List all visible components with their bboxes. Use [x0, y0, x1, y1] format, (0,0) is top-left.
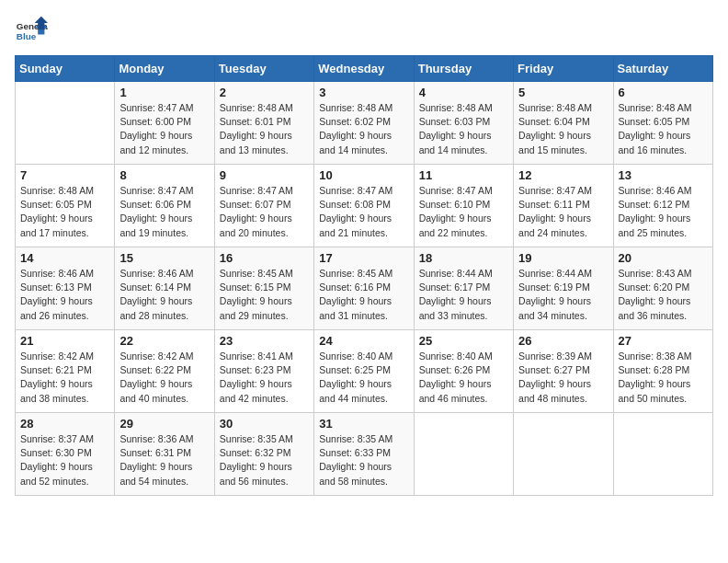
calendar-cell: 17Sunrise: 8:45 AMSunset: 6:16 PMDayligh… — [314, 247, 414, 330]
calendar-cell: 20Sunrise: 8:43 AMSunset: 6:20 PMDayligh… — [613, 247, 712, 330]
day-number: 6 — [619, 86, 708, 99]
day-detail: Sunrise: 8:36 AMSunset: 6:31 PMDaylight:… — [119, 432, 209, 488]
calendar-week-row: 14Sunrise: 8:46 AMSunset: 6:13 PMDayligh… — [16, 247, 713, 330]
day-detail: Sunrise: 8:40 AMSunset: 6:26 PMDaylight:… — [419, 350, 508, 406]
calendar-cell: 21Sunrise: 8:42 AMSunset: 6:21 PMDayligh… — [16, 330, 115, 413]
calendar-cell: 27Sunrise: 8:38 AMSunset: 6:28 PMDayligh… — [613, 330, 712, 413]
calendar-cell — [16, 82, 115, 165]
calendar-cell: 8Sunrise: 8:47 AMSunset: 6:06 PMDaylight… — [115, 165, 214, 247]
calendar-cell: 15Sunrise: 8:46 AMSunset: 6:14 PMDayligh… — [115, 247, 214, 330]
day-number: 19 — [518, 251, 608, 265]
col-header-friday: Friday — [514, 56, 613, 82]
day-number: 29 — [119, 417, 209, 431]
calendar-cell — [514, 413, 613, 496]
day-detail: Sunrise: 8:47 AMSunset: 6:08 PMDaylight:… — [319, 184, 408, 240]
calendar-week-row: 1Sunrise: 8:47 AMSunset: 6:00 PMDaylight… — [16, 82, 713, 165]
day-number: 31 — [319, 417, 408, 431]
day-number: 9 — [220, 168, 309, 182]
day-detail: Sunrise: 8:45 AMSunset: 6:16 PMDaylight:… — [319, 267, 408, 323]
day-detail: Sunrise: 8:48 AMSunset: 6:05 PMDaylight:… — [20, 184, 109, 240]
day-number: 3 — [319, 86, 408, 99]
calendar-header-row: SundayMondayTuesdayWednesdayThursdayFrid… — [16, 56, 713, 82]
day-detail: Sunrise: 8:39 AMSunset: 6:27 PMDaylight:… — [518, 350, 608, 406]
day-number: 21 — [20, 334, 109, 348]
calendar-cell: 19Sunrise: 8:44 AMSunset: 6:19 PMDayligh… — [514, 247, 613, 330]
calendar-cell: 14Sunrise: 8:46 AMSunset: 6:13 PMDayligh… — [16, 247, 115, 330]
calendar-week-row: 21Sunrise: 8:42 AMSunset: 6:21 PMDayligh… — [16, 330, 713, 413]
day-number: 17 — [319, 251, 408, 265]
day-detail: Sunrise: 8:41 AMSunset: 6:23 PMDaylight:… — [220, 350, 309, 406]
day-number: 22 — [119, 334, 209, 348]
calendar-cell — [414, 413, 513, 496]
day-detail: Sunrise: 8:44 AMSunset: 6:17 PMDaylight:… — [419, 267, 508, 323]
day-detail: Sunrise: 8:48 AMSunset: 6:03 PMDaylight:… — [419, 101, 508, 157]
day-number: 26 — [518, 334, 608, 348]
day-detail: Sunrise: 8:48 AMSunset: 6:01 PMDaylight:… — [220, 101, 309, 157]
day-detail: Sunrise: 8:46 AMSunset: 6:13 PMDaylight:… — [20, 267, 109, 323]
day-number: 12 — [518, 168, 608, 182]
calendar-cell: 25Sunrise: 8:40 AMSunset: 6:26 PMDayligh… — [414, 330, 513, 413]
calendar-cell: 12Sunrise: 8:47 AMSunset: 6:11 PMDayligh… — [514, 165, 613, 247]
day-detail: Sunrise: 8:48 AMSunset: 6:05 PMDaylight:… — [619, 101, 708, 157]
logo-icon: General Blue — [15, 15, 48, 48]
calendar-cell: 13Sunrise: 8:46 AMSunset: 6:12 PMDayligh… — [613, 165, 712, 247]
calendar-cell: 16Sunrise: 8:45 AMSunset: 6:15 PMDayligh… — [214, 247, 313, 330]
day-number: 20 — [619, 251, 708, 265]
calendar-cell: 22Sunrise: 8:42 AMSunset: 6:22 PMDayligh… — [115, 330, 214, 413]
calendar-cell: 4Sunrise: 8:48 AMSunset: 6:03 PMDaylight… — [414, 82, 513, 165]
calendar-cell: 2Sunrise: 8:48 AMSunset: 6:01 PMDaylight… — [214, 82, 313, 165]
calendar-cell: 18Sunrise: 8:44 AMSunset: 6:17 PMDayligh… — [414, 247, 513, 330]
calendar-cell: 23Sunrise: 8:41 AMSunset: 6:23 PMDayligh… — [214, 330, 313, 413]
day-detail: Sunrise: 8:42 AMSunset: 6:21 PMDaylight:… — [20, 350, 109, 406]
page-header: General Blue — [15, 15, 713, 48]
calendar-cell: 11Sunrise: 8:47 AMSunset: 6:10 PMDayligh… — [414, 165, 513, 247]
calendar-cell: 6Sunrise: 8:48 AMSunset: 6:05 PMDaylight… — [613, 82, 712, 165]
day-detail: Sunrise: 8:45 AMSunset: 6:15 PMDaylight:… — [220, 267, 309, 323]
day-detail: Sunrise: 8:35 AMSunset: 6:33 PMDaylight:… — [319, 432, 408, 488]
day-detail: Sunrise: 8:42 AMSunset: 6:22 PMDaylight:… — [119, 350, 209, 406]
day-number: 28 — [20, 417, 109, 431]
col-header-tuesday: Tuesday — [214, 56, 313, 82]
calendar-week-row: 28Sunrise: 8:37 AMSunset: 6:30 PMDayligh… — [16, 413, 713, 496]
day-detail: Sunrise: 8:38 AMSunset: 6:28 PMDaylight:… — [619, 350, 708, 406]
calendar-week-row: 7Sunrise: 8:48 AMSunset: 6:05 PMDaylight… — [16, 165, 713, 247]
day-number: 7 — [20, 168, 109, 182]
calendar-cell: 3Sunrise: 8:48 AMSunset: 6:02 PMDaylight… — [314, 82, 414, 165]
calendar-cell: 1Sunrise: 8:47 AMSunset: 6:00 PMDaylight… — [115, 82, 214, 165]
col-header-wednesday: Wednesday — [314, 56, 414, 82]
day-detail: Sunrise: 8:44 AMSunset: 6:19 PMDaylight:… — [518, 267, 608, 323]
day-number: 2 — [220, 86, 309, 99]
day-number: 8 — [119, 168, 209, 182]
calendar-cell: 26Sunrise: 8:39 AMSunset: 6:27 PMDayligh… — [514, 330, 613, 413]
day-detail: Sunrise: 8:46 AMSunset: 6:14 PMDaylight:… — [119, 267, 209, 323]
day-detail: Sunrise: 8:48 AMSunset: 6:04 PMDaylight:… — [518, 101, 608, 157]
day-detail: Sunrise: 8:47 AMSunset: 6:06 PMDaylight:… — [119, 184, 209, 240]
day-number: 11 — [419, 168, 508, 182]
day-detail: Sunrise: 8:43 AMSunset: 6:20 PMDaylight:… — [619, 267, 708, 323]
col-header-sunday: Sunday — [16, 56, 115, 82]
day-number: 23 — [220, 334, 309, 348]
calendar-cell: 7Sunrise: 8:48 AMSunset: 6:05 PMDaylight… — [16, 165, 115, 247]
day-detail: Sunrise: 8:37 AMSunset: 6:30 PMDaylight:… — [20, 432, 109, 488]
col-header-saturday: Saturday — [613, 56, 712, 82]
day-number: 1 — [119, 86, 209, 99]
day-number: 15 — [119, 251, 209, 265]
day-detail: Sunrise: 8:48 AMSunset: 6:02 PMDaylight:… — [319, 101, 408, 157]
calendar-table: SundayMondayTuesdayWednesdayThursdayFrid… — [15, 55, 713, 496]
calendar-cell: 29Sunrise: 8:36 AMSunset: 6:31 PMDayligh… — [115, 413, 214, 496]
day-detail: Sunrise: 8:47 AMSunset: 6:10 PMDaylight:… — [419, 184, 508, 240]
day-detail: Sunrise: 8:46 AMSunset: 6:12 PMDaylight:… — [619, 184, 708, 240]
calendar-cell: 10Sunrise: 8:47 AMSunset: 6:08 PMDayligh… — [314, 165, 414, 247]
day-number: 27 — [619, 334, 708, 348]
calendar-cell — [613, 413, 712, 496]
day-detail: Sunrise: 8:47 AMSunset: 6:11 PMDaylight:… — [518, 184, 608, 240]
calendar-cell: 9Sunrise: 8:47 AMSunset: 6:07 PMDaylight… — [214, 165, 313, 247]
day-number: 13 — [619, 168, 708, 182]
day-number: 30 — [220, 417, 309, 431]
day-number: 25 — [419, 334, 508, 348]
calendar-cell: 30Sunrise: 8:35 AMSunset: 6:32 PMDayligh… — [214, 413, 313, 496]
logo: General Blue — [15, 15, 51, 48]
col-header-thursday: Thursday — [414, 56, 513, 82]
day-number: 4 — [419, 86, 508, 99]
day-detail: Sunrise: 8:47 AMSunset: 6:07 PMDaylight:… — [220, 184, 309, 240]
